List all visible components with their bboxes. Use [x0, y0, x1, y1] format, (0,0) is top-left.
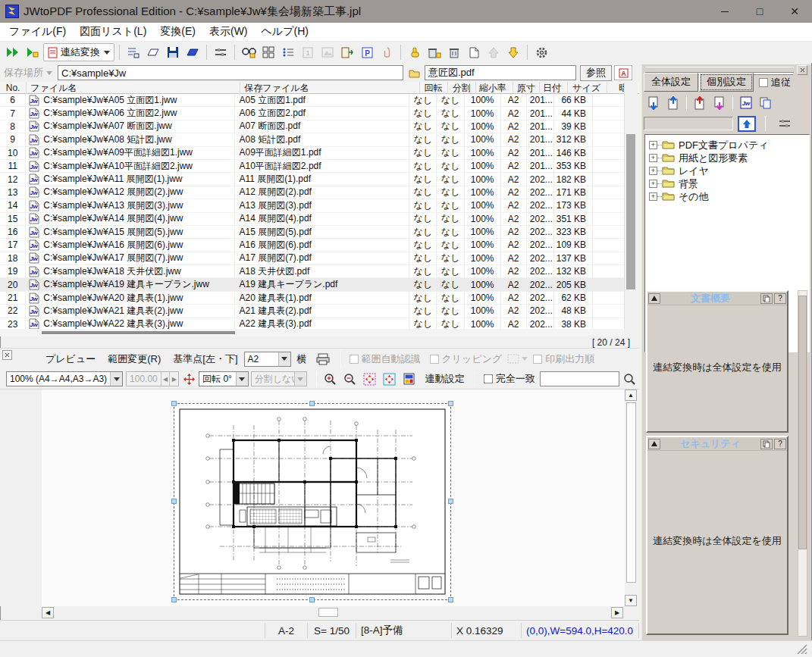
convert-all-icon[interactable] — [4, 43, 22, 61]
table-row[interactable]: 15 Jw C:¥sample¥Jw¥A14 展開図(4).jww A14 展開… — [0, 213, 624, 226]
table-row[interactable]: 17 Jw C:¥sample¥Jw¥A16 展開図(6).jww A16 展開… — [0, 239, 624, 252]
expand-icon[interactable]: + — [649, 154, 657, 162]
jw-settings-icon[interactable]: Jw — [736, 94, 756, 112]
folder-browse-icon[interactable] — [405, 64, 423, 82]
chevron-down-icon[interactable] — [278, 352, 290, 366]
selection-handle[interactable] — [448, 499, 453, 504]
copy-settings-icon[interactable] — [756, 94, 776, 112]
save-icon[interactable] — [164, 43, 182, 61]
scroll-up-icon[interactable]: ▲ — [625, 390, 637, 401]
table-vertical-scrollbar-thumb[interactable] — [626, 134, 635, 289]
table-row[interactable]: 7 Jw C:¥sample¥Jw¥A06 立面図2.jww A06 立面図2.… — [0, 107, 624, 120]
expand-icon[interactable]: + — [649, 192, 657, 201]
table-row[interactable]: 8 Jw C:¥sample¥Jw¥A07 断面図.jww A07 断面図.pd… — [0, 120, 624, 133]
panel-close-icon[interactable] — [797, 65, 807, 75]
save-to-file-icon[interactable] — [710, 94, 729, 112]
list-add-icon[interactable] — [124, 43, 143, 61]
auto-detect-checkbox[interactable]: 範囲自動認識 — [350, 352, 421, 366]
menu-item[interactable]: ヘルプ(H) — [255, 23, 315, 41]
detail-list-icon[interactable] — [279, 43, 297, 61]
menu-item[interactable]: ファイル(F) — [2, 23, 73, 41]
split-select[interactable]: 分割しない — [251, 371, 307, 386]
maximize-button[interactable]: □ — [742, 0, 777, 23]
preview-page[interactable] — [174, 404, 450, 599]
chevron-down-icon[interactable] — [236, 372, 248, 386]
follow-checkbox[interactable]: 追従 — [759, 76, 791, 89]
page-one-icon[interactable]: 1 — [299, 43, 317, 61]
link-settings-label[interactable]: 連動設定 — [425, 372, 465, 386]
import-settings-icon[interactable] — [644, 94, 663, 112]
apply-up-button[interactable] — [738, 116, 756, 132]
tree-item[interactable]: + レイヤ — [645, 164, 809, 177]
preview-close-icon[interactable] — [2, 350, 12, 360]
tree-item[interactable]: + 背景 — [645, 177, 809, 190]
preview-label[interactable]: プレビュー — [45, 352, 96, 366]
table-row[interactable]: 13 Jw C:¥sample¥Jw¥A12 展開図(2).jww A12 展開… — [0, 186, 624, 199]
table-row[interactable]: 9 Jw C:¥sample¥Jw¥A08 矩計図.jww A08 矩計図.pd… — [0, 133, 624, 146]
batch-convert-button[interactable]: 連結変換 — [43, 43, 114, 61]
thumbnail-grid-icon[interactable] — [259, 43, 277, 61]
chevron-down-icon[interactable] — [294, 372, 306, 386]
tree-item[interactable]: + 用紙と図形要素 — [645, 152, 809, 164]
table-row[interactable]: 22 Jw C:¥sample¥Jw¥A21 建具表(2).jww A21 建具… — [0, 305, 624, 318]
col-split[interactable]: 分割 — [448, 82, 476, 94]
expand-icon[interactable]: + — [649, 180, 657, 188]
chevron-down-icon[interactable] — [110, 372, 122, 386]
tree-item[interactable]: + PDF文書プロパティ — [645, 139, 809, 152]
browse-button[interactable]: 参照 — [580, 65, 612, 81]
clip-region-icon[interactable] — [507, 350, 528, 368]
col-scale[interactable]: 縮小率 — [476, 82, 513, 94]
close-button[interactable]: ✕ — [777, 0, 812, 23]
table-row[interactable]: 20 Jw C:¥sample¥Jw¥A19 建具キープラン.jww A19 建… — [0, 278, 624, 291]
pdf-property-icon[interactable]: P — [358, 43, 376, 61]
layers-icon[interactable] — [400, 370, 419, 388]
selection-handle[interactable] — [171, 499, 177, 504]
table-row[interactable]: 12 Jw C:¥sample¥Jw¥A11 展開図(1).jww A11 展開… — [0, 173, 624, 186]
save-filename-input[interactable]: 意匠図.pdf — [425, 65, 576, 80]
fit-arrows-icon[interactable] — [180, 370, 198, 388]
copy-icon[interactable] — [760, 439, 773, 449]
help-icon[interactable]: ? — [774, 293, 786, 304]
panel-scrollbar-thumb[interactable] — [798, 296, 807, 549]
menu-item[interactable]: 表示(W) — [202, 23, 255, 41]
panel-grip[interactable] — [645, 67, 794, 73]
spinner-right-icon[interactable]: ▶ — [169, 372, 178, 386]
col-paper[interactable]: 原寸 — [513, 82, 540, 94]
paper-size-select[interactable]: A2 — [244, 352, 291, 367]
search-input[interactable] — [540, 371, 619, 386]
save-location-dropdown[interactable]: 保存場所 — [2, 66, 55, 80]
col-size[interactable]: サイズ — [568, 82, 607, 94]
pdf-file-icon[interactable]: A — [614, 65, 632, 80]
scroll-right-icon[interactable]: ▶ — [611, 607, 623, 618]
move-up-icon[interactable] — [484, 43, 503, 61]
table-row[interactable]: 18 Jw C:¥sample¥Jw¥A17 展開図(7).jww A17 展開… — [0, 252, 624, 265]
canvas-vertical-scrollbar-thumb[interactable] — [626, 402, 636, 583]
save-as-icon[interactable] — [183, 43, 202, 61]
minimize-button[interactable]: ─ — [707, 0, 742, 23]
menu-item[interactable]: 図面リスト(L) — [73, 23, 153, 41]
scroll-down-icon[interactable]: ▼ — [625, 595, 637, 606]
clipping-checkbox[interactable]: クリッピング — [430, 352, 503, 366]
open-list-icon[interactable] — [144, 43, 162, 61]
convert-selected-icon[interactable] — [24, 43, 42, 61]
tab-individual-settings[interactable]: 個別設定 — [699, 73, 754, 92]
collapse-icon[interactable] — [648, 293, 660, 304]
printer-icon[interactable] — [314, 350, 332, 368]
search-icon[interactable] — [620, 370, 638, 388]
table-row[interactable]: 14 Jw C:¥sample¥Jw¥A13 展開図(3).jww A13 展開… — [0, 199, 624, 212]
selection-handle[interactable] — [448, 597, 453, 602]
table-row[interactable]: 21 Jw C:¥sample¥Jw¥A20 建具表(1).jww A20 建具… — [0, 292, 624, 305]
search-glasses-icon[interactable] — [240, 43, 258, 61]
save-folder-input[interactable]: C:¥sample¥Jw — [58, 65, 403, 80]
zoom-out-icon[interactable] — [341, 370, 359, 388]
select-hand-icon[interactable] — [406, 43, 424, 61]
gear-icon[interactable] — [532, 43, 550, 61]
delete-selected-icon[interactable] — [425, 43, 444, 61]
collapse-icon[interactable] — [648, 439, 660, 449]
selection-handle[interactable] — [309, 401, 315, 406]
expand-icon[interactable]: + — [649, 167, 657, 175]
print-order-checkbox[interactable]: 印刷出力順 — [533, 352, 594, 366]
range-change-label[interactable]: 範囲変更(R) — [108, 352, 161, 366]
col-date[interactable]: 日付 — [540, 82, 568, 94]
selection-handle[interactable] — [171, 597, 177, 602]
